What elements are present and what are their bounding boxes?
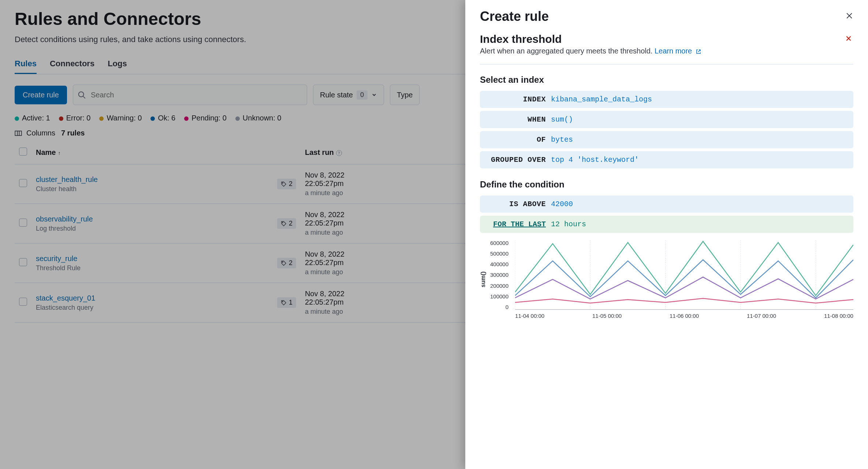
for-the-last-row[interactable]: FOR THE LAST 12 hours: [480, 216, 853, 233]
flyout-title: Create rule: [480, 9, 549, 24]
index-row[interactable]: INDEX kibana_sample_data_logs: [480, 91, 853, 108]
external-link-icon: [696, 49, 701, 55]
when-row[interactable]: WHEN sum(): [480, 111, 853, 128]
close-button[interactable]: [845, 12, 853, 22]
remove-rule-type-button[interactable]: [844, 33, 853, 45]
create-rule-flyout: Create rule Index threshold Alert when a…: [465, 0, 868, 469]
learn-more-link: Learn more: [655, 47, 701, 55]
rule-type-desc: Alert when an aggregated query meets the…: [480, 47, 853, 55]
of-row[interactable]: OF bytes: [480, 131, 853, 148]
divider: [480, 64, 853, 64]
chart-plot: [515, 240, 853, 310]
chart-ylabel: sum(): [480, 240, 487, 319]
flyout-body: Index threshold Alert when an aggregated…: [465, 33, 868, 469]
rule-type-title: Index threshold: [480, 33, 562, 45]
flyout-header: Create rule: [465, 0, 868, 33]
is-above-row[interactable]: IS ABOVE 42000: [480, 196, 853, 213]
preview-chart: sum() 600000 500000 400000 300000 200000…: [480, 240, 853, 319]
select-index-heading: Select an index: [480, 75, 853, 85]
chart-xticks: 11-04 00:00 11-05 00:00 11-06 00:00 11-0…: [515, 313, 853, 319]
close-icon: [845, 35, 852, 42]
grouped-over-row[interactable]: GROUPED OVER top 4 'host.keyword': [480, 151, 853, 168]
chart-yticks: 600000 500000 400000 300000 200000 10000…: [490, 240, 511, 310]
for-the-last-label[interactable]: FOR THE LAST: [486, 220, 551, 228]
close-icon: [845, 12, 853, 20]
svg-line-13: [698, 50, 700, 52]
define-condition-heading: Define the condition: [480, 179, 853, 190]
